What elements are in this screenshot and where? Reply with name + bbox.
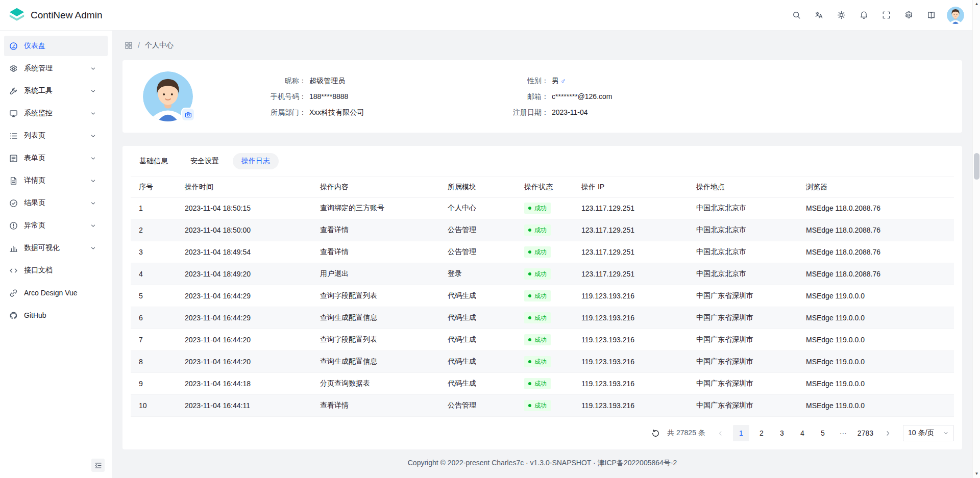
prev-page-button[interactable]: [713, 425, 729, 441]
cell-index: 4: [131, 263, 177, 285]
status-text: 成功: [534, 226, 547, 235]
refresh-button[interactable]: [648, 425, 663, 441]
cell-location: 中国北京北京市: [688, 241, 798, 263]
sidebar-collapse-button[interactable]: [91, 459, 105, 472]
search-icon: [792, 11, 801, 19]
cell-content: 查看详情: [312, 219, 439, 241]
cell-module: 代码生成: [439, 285, 516, 307]
sidebar-item-list-pages[interactable]: 列表页: [4, 125, 108, 146]
profile-field: 注册日期：2023-11-04: [492, 107, 612, 118]
page-button-3[interactable]: 3: [774, 425, 790, 441]
theme-button[interactable]: [832, 7, 850, 24]
status-badge: 成功: [524, 203, 551, 214]
logo-icon: [8, 7, 26, 24]
refresh-icon: [651, 429, 660, 438]
status-dot: [528, 207, 531, 210]
notifications-button[interactable]: [855, 7, 872, 24]
cell-location: 中国北京北京市: [688, 263, 798, 285]
cell-time: 2023-11-04 18:50:15: [177, 197, 312, 219]
gear-icon: [9, 64, 18, 73]
search-button[interactable]: [788, 7, 805, 24]
cell-status: 成功: [516, 197, 573, 219]
docs-button[interactable]: [922, 7, 940, 24]
page-button-5[interactable]: 5: [815, 425, 831, 441]
cell-content: 查询字段配置列表: [312, 285, 439, 307]
fullscreen-icon: [882, 11, 891, 19]
sidebar-item-label: Arco Design Vue: [24, 289, 78, 297]
cell-ip: 119.123.193.216: [573, 351, 688, 373]
chevron-right-icon: [885, 430, 891, 437]
sidebar-item-result-pages[interactable]: 结果页: [4, 193, 108, 213]
page-button-2[interactable]: 2: [753, 425, 770, 441]
page-button-2783[interactable]: 2783: [855, 425, 875, 441]
page-button-4[interactable]: 4: [794, 425, 811, 441]
status-dot: [528, 316, 531, 319]
sidebar-item-api-docs[interactable]: 接口文档: [4, 260, 108, 281]
sidebar-item-dashboard[interactable]: 仪表盘: [4, 36, 108, 56]
sidebar-item-system-management[interactable]: 系统管理: [4, 58, 108, 79]
profile-field: 邮箱：c********@126.com: [492, 91, 612, 102]
table-header-row: 序号操作时间操作内容所属模块操作状态操作 IP操作地点浏览器: [131, 177, 954, 197]
sidebar-nav: 仪表盘系统管理系统工具系统监控列表页表单页详情页结果页异常页数据可视化接口文档A…: [4, 36, 108, 325]
cell-browser: MSEdge 119.0.0.0: [798, 351, 954, 373]
main-content: / 个人中心 昵称：超级管理员手机号码：188****8888所属部门：Xxx科…: [112, 31, 972, 478]
sidebar-item-label: 结果页: [24, 198, 45, 208]
translate-icon: [815, 11, 823, 19]
pagination-ellipsis[interactable]: ···: [835, 425, 851, 441]
status-dot: [528, 338, 531, 341]
profile-card: 昵称：超级管理员手机号码：188****8888所属部门：Xxx科技有限公司性别…: [122, 60, 962, 133]
column-header-status: 操作状态: [516, 177, 573, 197]
fullscreen-button[interactable]: [877, 7, 895, 24]
sidebar-item-form-pages[interactable]: 表单页: [4, 148, 108, 168]
cell-ip: 123.117.129.251: [573, 197, 688, 219]
sidebar-item-system-monitor[interactable]: 系统监控: [4, 103, 108, 123]
status-dot: [528, 272, 531, 275]
chevron-down-icon: [90, 133, 96, 139]
cell-index: 1: [131, 197, 177, 219]
cell-time: 2023-11-04 18:49:20: [177, 263, 312, 285]
cell-ip: 119.123.193.216: [573, 307, 688, 329]
status-text: 成功: [534, 358, 547, 366]
table-row: 82023-11-04 16:44:20查询生成配置信息代码生成成功119.12…: [131, 351, 954, 373]
change-avatar-button[interactable]: [181, 108, 195, 121]
column-header-location: 操作地点: [688, 177, 798, 197]
cell-content: 查询字段配置列表: [312, 329, 439, 351]
cell-status: 成功: [516, 263, 573, 285]
user-avatar[interactable]: [947, 7, 964, 24]
scrollbar-thumb[interactable]: [974, 153, 979, 180]
translate-button[interactable]: [810, 7, 827, 24]
chevron-down-icon: [90, 65, 96, 72]
cell-ip: 123.117.129.251: [573, 241, 688, 263]
scroll-up-icon[interactable]: ▲: [973, 1, 980, 7]
chevron-down-icon: [90, 222, 96, 229]
sidebar-item-exception-pages[interactable]: 异常页: [4, 215, 108, 236]
sidebar-item-github[interactable]: GitHub: [4, 305, 108, 325]
sidebar-item-label: 异常页: [24, 221, 45, 230]
sidebar-item-data-visualization[interactable]: 数据可视化: [4, 238, 108, 258]
cell-index: 3: [131, 241, 177, 263]
link-icon: [9, 289, 18, 297]
tab-operation-log[interactable]: 操作日志: [233, 153, 279, 169]
page-size-select[interactable]: 10 条/页: [903, 425, 954, 441]
tab-basic-info[interactable]: 基础信息: [131, 153, 177, 169]
cell-index: 9: [131, 373, 177, 395]
status-badge: 成功: [524, 312, 551, 323]
topbar-actions: [788, 7, 964, 24]
cell-module: 个人中心: [439, 197, 516, 219]
sidebar-item-system-tools[interactable]: 系统工具: [4, 81, 108, 101]
table-row: 12023-11-04 18:50:15查询绑定的三方账号个人中心成功123.1…: [131, 197, 954, 219]
sidebar-item-arco-design-vue[interactable]: Arco Design Vue: [4, 283, 108, 303]
next-page-button[interactable]: [879, 425, 896, 441]
profile-fields: 昵称：超级管理员手机号码：188****8888所属部门：Xxx科技有限公司性别…: [249, 75, 612, 118]
page-scrollbar[interactable]: ▲ ▼: [972, 0, 980, 478]
sidebar-item-detail-pages[interactable]: 详情页: [4, 170, 108, 191]
tabs: 基础信息安全设置操作日志: [131, 153, 954, 169]
status-badge: 成功: [524, 400, 551, 411]
scroll-down-icon[interactable]: ▼: [973, 471, 980, 477]
cell-module: 公告管理: [439, 219, 516, 241]
sidebar-item-label: 系统管理: [24, 64, 53, 73]
settings-button[interactable]: [900, 7, 917, 24]
tab-security-settings[interactable]: 安全设置: [182, 153, 228, 169]
status-text: 成功: [534, 204, 547, 213]
page-button-1[interactable]: 1: [733, 425, 749, 441]
